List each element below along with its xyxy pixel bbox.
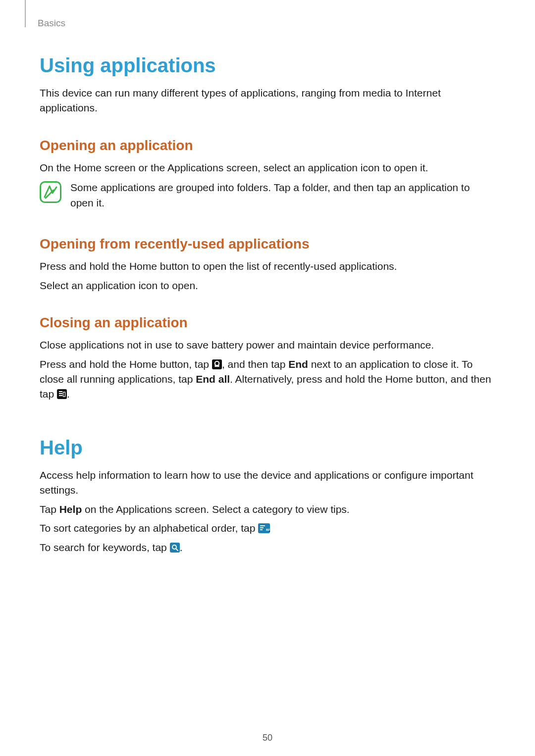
- text-fragment: .: [180, 542, 183, 553]
- body-text: On the Home screen or the Applications s…: [40, 160, 495, 175]
- bold-end: End: [288, 358, 308, 370]
- subheading-opening-from-recently-used: Opening from recently-used applications: [40, 236, 495, 252]
- body-text: To search for keywords, tap .: [40, 540, 495, 555]
- subheading-opening-an-application: Opening an application: [40, 138, 495, 153]
- close-all-icon: [57, 389, 67, 399]
- bold-help: Help: [59, 504, 82, 515]
- body-text: Press and hold the Home button, tap , an…: [40, 357, 495, 402]
- search-icon: [170, 543, 180, 553]
- section-title-help: Help: [40, 437, 495, 459]
- svg-rect-6: [59, 395, 62, 396]
- page-number: 50: [0, 733, 535, 743]
- subheading-closing-an-application: Closing an application: [40, 315, 495, 331]
- section-intro: This device can run many different types…: [40, 86, 495, 116]
- svg-rect-11: [260, 529, 263, 530]
- text-fragment: Tap: [40, 504, 59, 515]
- body-text: To sort categories by an alphabetical or…: [40, 521, 495, 536]
- text-fragment: on the Applications screen. Select a cat…: [82, 504, 349, 515]
- svg-rect-4: [59, 391, 62, 392]
- body-text: Access help information to learn how to …: [40, 468, 495, 498]
- note-icon: [40, 181, 61, 203]
- breadcrumb: Basics: [38, 18, 65, 29]
- task-manager-icon: [212, 359, 222, 369]
- svg-rect-5: [59, 393, 62, 394]
- header-divider: [25, 0, 26, 27]
- text-fragment: Press and hold the Home button, tap: [40, 358, 212, 370]
- svg-rect-10: [260, 527, 264, 528]
- body-text: Tap Help on the Applications screen. Sel…: [40, 502, 495, 517]
- text-fragment: .: [67, 388, 70, 400]
- body-text: Select an application icon to open.: [40, 278, 495, 293]
- section-title-using-applications: Using applications: [40, 54, 495, 77]
- text-fragment: .: [268, 522, 271, 534]
- body-text: Close applications not in use to save ba…: [40, 338, 495, 353]
- sort-az-icon: az: [258, 523, 268, 533]
- svg-rect-9: [260, 525, 265, 526]
- note-block: Some applications are grouped into folde…: [40, 180, 495, 214]
- bold-end-all: End all: [196, 373, 230, 385]
- page-content: Using applications This device can run m…: [40, 54, 495, 555]
- text-fragment: , and then tap: [222, 358, 288, 370]
- svg-rect-13: [170, 543, 180, 553]
- text-fragment: To search for keywords, tap: [40, 542, 170, 553]
- manual-page: Basics Using applications This device ca…: [0, 0, 535, 756]
- note-text: Some applications are grouped into folde…: [70, 180, 495, 210]
- body-text: Press and hold the Home button to open t…: [40, 259, 495, 274]
- text-fragment: To sort categories by an alphabetical or…: [40, 522, 258, 534]
